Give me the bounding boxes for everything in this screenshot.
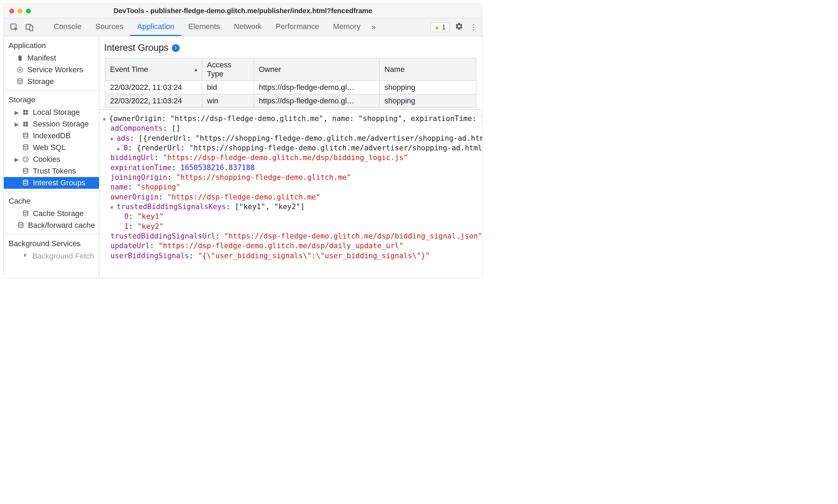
device-toggle-button[interactable]: [22, 20, 37, 35]
more-tabs-button[interactable]: »: [367, 18, 380, 36]
cell-owner: https://dsp-fledge-demo.gl…: [254, 94, 380, 108]
sidebar-item-local-storage[interactable]: ▶ Local Storage: [4, 106, 99, 118]
col-event-time[interactable]: Event Time▲: [105, 58, 202, 81]
sidebar-item-bf-cache[interactable]: Back/forward cache: [4, 220, 99, 231]
svg-point-18: [25, 160, 26, 161]
sidebar-item-label: Background Fetch: [32, 252, 94, 261]
detail-joiningorigin[interactable]: joiningOrigin: "https://shopping-fledge-…: [99, 172, 482, 182]
detail-view[interactable]: ▼{ownerOrigin: "https://dsp-fledge-demo.…: [99, 109, 482, 278]
expand-icon: ▶: [117, 146, 124, 152]
cell-name: shopping: [380, 94, 476, 108]
grid-icon: [22, 109, 29, 115]
svg-point-15: [23, 157, 28, 162]
tab-console[interactable]: Console: [47, 18, 89, 36]
sidebar-item-label: Manifest: [27, 54, 56, 63]
col-access-type[interactable]: Access Type: [202, 58, 254, 81]
pane-title: Interest Groups: [104, 43, 168, 53]
svg-rect-5: [23, 110, 25, 112]
cell-time: 22/03/2022, 11:03:24: [105, 94, 202, 108]
interest-groups-table: Event Time▲ Access Type Owner Name 22/03…: [105, 58, 476, 108]
sidebar-section-cache: Cache: [4, 192, 99, 208]
window-title: DevTools - publisher-fledge-demo.glitch.…: [4, 7, 482, 15]
sidebar-section-storage: Storage: [4, 91, 99, 106]
svg-rect-12: [26, 124, 28, 127]
titlebar: DevTools - publisher-fledge-demo.glitch.…: [4, 4, 482, 18]
cell-type: win: [202, 94, 254, 108]
sidebar-item-cookies[interactable]: ▶ Cookies: [4, 153, 99, 165]
sidebar-item-label: Service Workers: [27, 65, 83, 74]
detail-updateurl[interactable]: updateUrl: "https://dsp-fledge-demo.glit…: [99, 241, 482, 251]
sidebar-item-interest-groups[interactable]: Interest Groups: [4, 177, 99, 189]
tab-elements[interactable]: Elements: [181, 18, 227, 36]
detail-ownerorigin[interactable]: ownerOrigin: "https://dsp-fledge-demo.gl…: [99, 192, 482, 202]
sidebar-item-service-workers[interactable]: Service Workers: [4, 64, 99, 76]
zoom-window-button[interactable]: [26, 9, 31, 13]
sidebar-item-indexeddb[interactable]: IndexedDB: [4, 130, 99, 142]
table-row[interactable]: 22/03/2022, 11:03:24 bid https://dsp-fle…: [105, 81, 476, 94]
detail-tbsu[interactable]: trustedBiddingSignalsUrl: "https://dsp-f…: [99, 231, 482, 241]
info-icon[interactable]: i: [172, 44, 180, 52]
table-row[interactable]: 22/03/2022, 11:03:24 win https://dsp-fle…: [105, 94, 476, 108]
database-icon: [22, 168, 29, 175]
svg-point-13: [23, 133, 28, 135]
svg-rect-9: [23, 122, 25, 124]
detail-ads[interactable]: ▼ads: [{renderUrl: "https://shopping-fle…: [99, 133, 482, 143]
detail-ads-0[interactable]: ▶0: {renderUrl: "https://shopping-fledge…: [99, 143, 482, 153]
col-owner[interactable]: Owner: [254, 58, 380, 81]
detail-tbsk-1[interactable]: 1: "key2": [99, 222, 482, 231]
panel-tabs: Console Sources Application Elements Net…: [47, 18, 367, 36]
sidebar-item-bg-fetch[interactable]: Background Fetch: [4, 250, 99, 262]
cell-owner: https://dsp-fledge-demo.gl…: [254, 81, 380, 94]
issues-badge[interactable]: ▲ 1: [430, 22, 449, 32]
tab-sources[interactable]: Sources: [89, 18, 130, 36]
svg-rect-8: [26, 113, 28, 115]
sidebar-item-session-storage[interactable]: ▶ Session Storage: [4, 118, 99, 130]
detail-tbsk-0[interactable]: 0: "key1": [99, 212, 482, 221]
sidebar-item-cache-storage[interactable]: Cache Storage: [4, 208, 99, 220]
cell-name: shopping: [380, 81, 476, 94]
database-icon: [17, 222, 25, 229]
svg-rect-7: [23, 113, 25, 115]
tab-memory[interactable]: Memory: [326, 18, 367, 36]
collapse-icon: ▼: [110, 204, 117, 211]
collapse-icon: ▼: [110, 136, 117, 142]
detail-adcomponents[interactable]: adComponents: []: [99, 123, 482, 133]
collapse-icon: ▼: [103, 116, 109, 123]
cell-type: bid: [202, 81, 254, 94]
sidebar-item-trust-tokens[interactable]: Trust Tokens: [4, 165, 99, 177]
col-name[interactable]: Name: [380, 58, 476, 81]
detail-biddingurl[interactable]: biddingUrl: "https://dsp-fledge-demo.gli…: [99, 153, 482, 162]
issues-count: 1: [442, 24, 446, 31]
tab-performance[interactable]: Performance: [268, 18, 326, 36]
detail-tbsk[interactable]: ▼trustedBiddingSignalsKeys: ["key1", "ke…: [99, 202, 482, 212]
main-tabbar: Console Sources Application Elements Net…: [4, 18, 482, 36]
close-window-button[interactable]: [9, 9, 14, 13]
gear-icon: [16, 66, 24, 73]
svg-rect-10: [26, 122, 28, 124]
settings-button[interactable]: [454, 22, 464, 32]
database-icon: [16, 78, 24, 85]
detail-name[interactable]: name: "shopping": [99, 182, 482, 192]
detail-expiration[interactable]: expirationTime: 1650538216.837188: [99, 163, 482, 172]
gear-icon: [455, 24, 463, 32]
database-icon: [22, 179, 29, 186]
more-menu-button[interactable]: ⋮: [469, 23, 479, 32]
inspect-element-button[interactable]: [7, 20, 22, 35]
sidebar-item-web-sql[interactable]: Web SQL: [4, 142, 99, 153]
cookie-icon: [22, 156, 29, 163]
sort-asc-icon: ▲: [193, 67, 198, 72]
database-icon: [22, 144, 29, 151]
svg-point-23: [18, 223, 23, 224]
kebab-icon: ⋮: [470, 23, 477, 31]
tab-application[interactable]: Application: [130, 18, 181, 36]
minimize-window-button[interactable]: [18, 9, 22, 13]
sidebar-item-label: Interest Groups: [33, 178, 85, 187]
sidebar-item-storage[interactable]: Storage: [4, 76, 99, 87]
detail-header[interactable]: ▼{ownerOrigin: "https://dsp-fledge-demo.…: [99, 114, 482, 123]
expand-icon: ▶: [14, 109, 19, 116]
sidebar-item-manifest[interactable]: Manifest: [4, 52, 99, 64]
application-sidebar[interactable]: Application Manifest Service Workers Sto…: [4, 36, 99, 278]
detail-userbidsig[interactable]: userBiddingSignals: "{\"user_bidding_sig…: [99, 251, 482, 261]
sidebar-item-label: Trust Tokens: [33, 167, 76, 176]
tab-network[interactable]: Network: [227, 18, 269, 36]
